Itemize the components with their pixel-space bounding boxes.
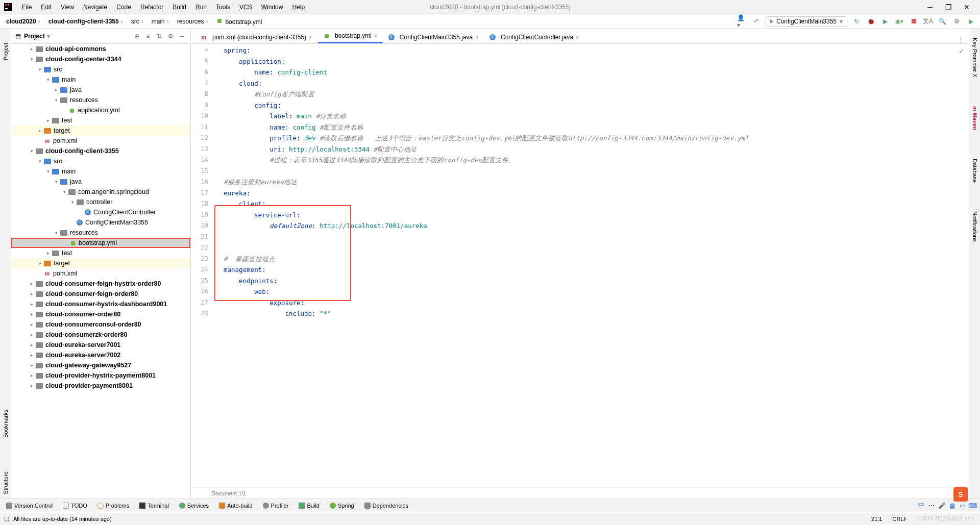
close-tab-icon[interactable]: ×: [576, 35, 579, 40]
tree-node[interactable]: cloud-consumer-hystrix-dashboard9001: [11, 299, 190, 309]
tray-mic-icon[interactable]: 🎤: [938, 502, 945, 509]
close-icon[interactable]: ✕: [963, 3, 971, 11]
search-icon[interactable]: 🔍: [937, 16, 947, 27]
editor-body[interactable]: 4567891011121314151617181920212223242526…: [191, 44, 969, 487]
bottom-problems[interactable]: Problems: [95, 502, 131, 510]
tree-node[interactable]: cloud-config-center-3344: [11, 54, 190, 64]
menu-help[interactable]: Help: [287, 2, 309, 12]
tree-node[interactable]: mpom.xml: [11, 136, 190, 146]
tree-node[interactable]: resources: [11, 95, 190, 105]
bottom-todo[interactable]: TODO: [61, 502, 89, 510]
coverage-icon[interactable]: ▶: [880, 16, 890, 27]
stop-icon[interactable]: [909, 16, 919, 27]
ime-badge[interactable]: S: [953, 487, 968, 502]
editor-tab[interactable]: mpom.xml (cloud-config-client-3355)×: [195, 31, 317, 43]
menu-edit[interactable]: Edit: [36, 2, 56, 12]
tree-node[interactable]: cloud-config-client-3355: [11, 146, 190, 156]
tree-node[interactable]: test: [11, 115, 190, 126]
sidestrip-notifications[interactable]: Notifications: [971, 207, 979, 246]
breadcrumb-item[interactable]: main: [150, 17, 173, 26]
collapse-icon[interactable]: ⇅: [155, 32, 164, 41]
tree-node[interactable]: main: [11, 74, 190, 85]
bottom-dependencies[interactable]: Dependencies: [362, 502, 410, 510]
close-tab-icon[interactable]: ×: [309, 35, 312, 40]
tree-node[interactable]: target: [11, 258, 190, 268]
sidestrip-keypromoter[interactable]: Key Promoter X: [971, 34, 979, 82]
tree-node[interactable]: java: [11, 177, 190, 187]
tree-node[interactable]: ConfigClientController: [11, 207, 190, 217]
gear-icon[interactable]: ⚙: [166, 32, 175, 41]
breadcrumb-item[interactable]: cloud-config-client-3355: [46, 17, 127, 26]
breadcrumb-item[interactable]: cloud2020: [4, 17, 44, 26]
bottom-services[interactable]: Services: [177, 502, 211, 510]
line-separator[interactable]: CRLF: [890, 515, 909, 523]
tray-net-icon[interactable]: ⋯: [928, 502, 935, 509]
profile-icon[interactable]: ◉▾: [894, 16, 904, 27]
bottom-autobuild[interactable]: Auto-build: [217, 502, 255, 510]
sync-icon[interactable]: ↶: [751, 16, 762, 27]
tabs-more-icon[interactable]: ⋮: [952, 36, 969, 43]
bottom-version-control[interactable]: Version Control: [4, 502, 55, 510]
tree-node[interactable]: controller: [11, 197, 190, 207]
tree-node[interactable]: test: [11, 248, 190, 258]
menu-build[interactable]: Build: [168, 2, 191, 12]
menu-refactor[interactable]: Refactor: [136, 2, 168, 12]
tree-node[interactable]: com.angenin.springcloud: [11, 187, 190, 197]
sidestrip-bookmarks[interactable]: Bookmarks: [2, 406, 10, 442]
expand-icon[interactable]: ≡: [143, 32, 153, 41]
tree-node[interactable]: cloud-consumer-order80: [11, 309, 190, 319]
sidestrip-structure[interactable]: Structure: [2, 467, 10, 498]
tree-node[interactable]: target: [11, 126, 190, 136]
menu-window[interactable]: Window: [257, 2, 288, 12]
sidestrip-project[interactable]: Project: [2, 39, 10, 64]
close-tab-icon[interactable]: ×: [374, 33, 377, 39]
menu-vcs[interactable]: VCS: [235, 2, 257, 12]
tray-screen-icon[interactable]: ▭: [959, 502, 966, 509]
tree-node[interactable]: cloud-eureka-server7002: [11, 350, 190, 360]
tree-node[interactable]: cloud-consumerzk-order80: [11, 330, 190, 340]
hide-icon[interactable]: ─: [177, 32, 186, 41]
tree-node[interactable]: cloud-gateway-gateway9527: [11, 360, 190, 370]
tree-node[interactable]: cloud-consumer-feign-hystrix-order80: [11, 279, 190, 289]
menu-tools[interactable]: Tools: [211, 2, 235, 12]
bottom-build[interactable]: Build: [297, 502, 321, 510]
run-icon[interactable]: ↻: [851, 16, 862, 27]
tree-node[interactable]: cloud-eureka-server7001: [11, 340, 190, 350]
breadcrumb-item[interactable]: src: [129, 17, 148, 26]
tray-keyboard-icon[interactable]: ⌨: [969, 502, 976, 509]
menu-run[interactable]: Run: [191, 2, 211, 12]
sidestrip-database[interactable]: Database: [971, 155, 979, 187]
tree-node[interactable]: mpom.xml: [11, 268, 190, 279]
breadcrumb-item[interactable]: resources: [175, 17, 212, 26]
tree-node[interactable]: cloud-consumer-feign-order80: [11, 289, 190, 299]
inspection-ok-icon[interactable]: ✓: [959, 47, 965, 55]
close-tab-icon[interactable]: ×: [475, 35, 478, 40]
code-area[interactable]: spring: application: name: config-client…: [213, 44, 969, 487]
tree-node[interactable]: src: [11, 64, 190, 74]
tray-app-icon[interactable]: ▦: [948, 502, 955, 509]
tree-node[interactable]: application.yml: [11, 105, 190, 115]
tree-node[interactable]: bootstrap.yml: [11, 238, 190, 248]
minimize-icon[interactable]: ─: [926, 3, 934, 11]
bottom-spring[interactable]: Spring: [328, 502, 356, 510]
tree-node[interactable]: resources: [11, 228, 190, 238]
user-icon[interactable]: 👤▾: [737, 16, 747, 27]
menu-view[interactable]: View: [56, 2, 79, 12]
tree-node[interactable]: cloud-api-commons: [11, 44, 190, 54]
menu-file[interactable]: File: [17, 2, 36, 12]
execute-icon[interactable]: ▶: [966, 16, 976, 27]
tree-node[interactable]: src: [11, 156, 190, 166]
tree-node[interactable]: main: [11, 166, 190, 177]
tree-node[interactable]: cloud-provider-hystrix-payment8001: [11, 370, 190, 381]
menu-navigate[interactable]: Navigate: [79, 2, 112, 12]
settings-icon[interactable]: ⚙: [951, 16, 962, 27]
tray-cn-icon[interactable]: 中: [918, 502, 925, 509]
tree-node[interactable]: cloud-provider-payment8001: [11, 381, 190, 391]
menu-code[interactable]: Code: [112, 2, 136, 12]
status-window-icon[interactable]: ▢: [4, 515, 9, 522]
editor-tab[interactable]: ConfigClientMain3355.java×: [383, 31, 484, 43]
project-tree[interactable]: cloud-api-commonscloud-config-center-334…: [11, 44, 190, 498]
run-config-dropdown[interactable]: ConfigClientMain3355 ▾: [766, 16, 847, 27]
bottom-profiler[interactable]: Profiler: [261, 502, 291, 510]
debug-icon[interactable]: 🐞: [866, 16, 876, 27]
